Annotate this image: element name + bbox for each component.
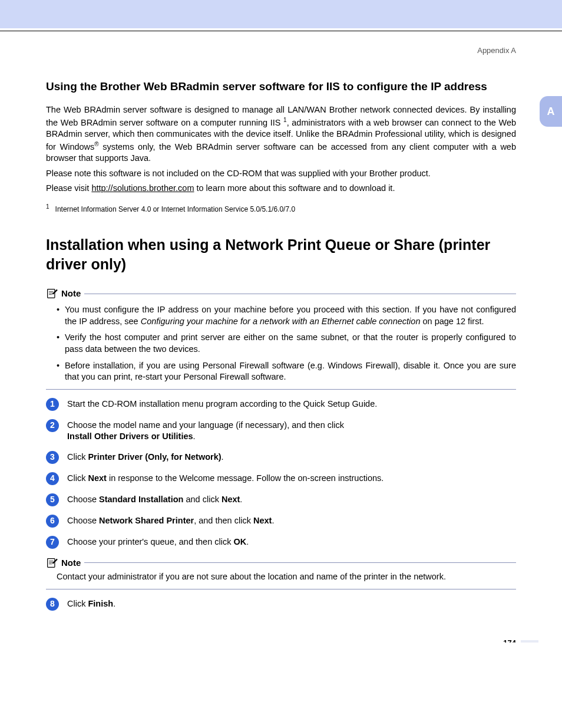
paragraph-2: Please note this software is not include… [46, 168, 516, 180]
text: . [246, 537, 249, 546]
section-heading-bradmin: Using the Brother Web BRadmin server sof… [46, 80, 516, 94]
step-number-badge: 6 [46, 515, 59, 528]
text-italic: Configuring your machine for a network w… [141, 317, 421, 326]
text: Choose the model name and your language … [67, 420, 344, 430]
page-content: A Appendix A Using the Brother Web BRadm… [0, 45, 562, 643]
appendix-label: Appendix A [46, 45, 516, 56]
note-rule [84, 562, 516, 563]
text: . [272, 516, 274, 525]
text-bold: Next [88, 473, 106, 483]
note-text: Contact your administrator if you are no… [46, 571, 516, 583]
note-icon [46, 288, 58, 299]
text: Click [67, 452, 88, 462]
text: Please visit [46, 183, 91, 193]
step-number-badge: 2 [46, 419, 59, 432]
note-block-2: Note Contact your administrator if you a… [46, 557, 516, 589]
step-text: Click Next in response to the Welcome me… [67, 472, 516, 485]
text: in response to the Welcome message. Foll… [107, 473, 384, 483]
text-bold: Install Other Drivers or Utilities [67, 431, 193, 441]
paragraph-1: The Web BRAdmin server software is desig… [46, 104, 516, 164]
text: . [240, 495, 242, 504]
note-label: Note [61, 557, 81, 569]
note-header: Note [46, 557, 516, 569]
step-7: 7 Choose your printer's queue, and then … [46, 536, 516, 549]
text-bold: OK [233, 537, 246, 546]
note-bullet: You must configure the IP address on you… [57, 304, 516, 327]
step-number-badge: 3 [46, 451, 59, 464]
note-bullet: Before installation, if you are using Pe… [57, 360, 516, 383]
text-bold: Next [253, 516, 272, 525]
registered-mark: ® [94, 141, 98, 147]
appendix-side-tab: A [540, 96, 562, 127]
note-rule [84, 294, 516, 294]
text: . [222, 452, 224, 462]
note-end-rule [46, 389, 516, 390]
text-bold: Next [222, 495, 240, 504]
text-bold: Network Shared Printer [99, 516, 194, 525]
note-bullet-list: You must configure the IP address on you… [46, 304, 516, 383]
step-2: 2 Choose the model name and your languag… [46, 419, 516, 443]
step-number-badge: 7 [46, 536, 59, 549]
text: Choose your printer's queue, and then cl… [67, 537, 233, 546]
text: . [193, 431, 196, 441]
text: Click [67, 473, 88, 483]
text: , and then click [194, 516, 253, 525]
text-bold: Standard Installation [99, 495, 183, 504]
note-header: Note [46, 288, 516, 299]
note-icon [46, 558, 58, 568]
step-5: 5 Choose Standard Installation and click… [46, 493, 516, 506]
footnote-text: Internet Information Server 4.0 or Inter… [55, 205, 296, 213]
step-text: Choose Network Shared Printer, and then … [67, 515, 516, 527]
text: systems only, the Web BRAdmin server sof… [46, 142, 516, 163]
text: . [113, 599, 115, 608]
text-bold: Finish [88, 599, 113, 608]
text: and click [183, 495, 221, 504]
step-text: Choose the model name and your language … [67, 419, 516, 443]
page-number: 174 [503, 638, 516, 643]
header-rule [0, 31, 562, 31]
step-text: Click Printer Driver (Only, for Network)… [67, 451, 516, 463]
page-number-bar [521, 640, 538, 643]
step-number-badge: 4 [46, 472, 59, 485]
note-end-rule [46, 589, 516, 589]
note-bullet: Verify the host computer and print serve… [57, 332, 516, 355]
text: Click [67, 599, 88, 608]
note-label: Note [61, 288, 81, 299]
text: to learn more about this software and to… [194, 183, 395, 193]
footnote-number: 1 [46, 203, 49, 210]
step-text: Choose your printer's queue, and then cl… [67, 536, 516, 548]
step-4: 4 Click Next in response to the Welcome … [46, 472, 516, 485]
note-block-1: Note You must configure the IP address o… [46, 288, 516, 390]
text: on page 12 first. [420, 317, 484, 326]
step-6: 6 Choose Network Shared Printer, and the… [46, 515, 516, 528]
step-8: 8 Click Finish. [46, 598, 516, 611]
footnote-1: 1Internet Information Server 4.0 or Inte… [46, 203, 516, 214]
text: Choose [67, 495, 99, 504]
step-text: Start the CD-ROM installation menu progr… [67, 398, 516, 410]
section-heading-installation: Installation when using a Network Print … [46, 235, 516, 274]
step-3: 3 Click Printer Driver (Only, for Networ… [46, 451, 516, 464]
step-number-badge: 8 [46, 598, 59, 611]
step-number-badge: 5 [46, 493, 59, 506]
step-number-badge: 1 [46, 398, 59, 411]
text-bold: Printer Driver (Only, for Network) [88, 452, 221, 462]
solutions-link[interactable]: http://solutions.brother.com [91, 183, 194, 193]
paragraph-3: Please visit http://solutions.brother.co… [46, 183, 516, 195]
text: Choose [67, 516, 99, 525]
step-1: 1 Start the CD-ROM installation menu pro… [46, 398, 516, 411]
step-text: Choose Standard Installation and click N… [67, 493, 516, 506]
step-text: Click Finish. [67, 598, 516, 610]
top-header-bar [0, 0, 562, 28]
